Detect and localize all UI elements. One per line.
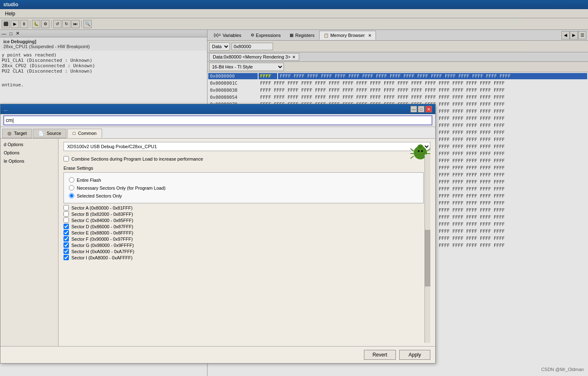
sector-b-label: Sector B (0x82000 - 0x83FFF) xyxy=(71,212,133,217)
radio-selected-sectors-input[interactable] xyxy=(69,193,74,198)
revert-button[interactable]: Revert xyxy=(364,350,396,360)
erase-settings-box: Entire Flash Necessary Sectors Only (for… xyxy=(63,172,424,203)
combine-sections-label: Combine Sections during Program Load to … xyxy=(71,156,203,161)
radio-entire-flash: Entire Flash xyxy=(69,176,418,184)
sector-b-checkbox[interactable] xyxy=(63,211,69,217)
erase-settings-label: Erase Settings xyxy=(63,163,424,172)
sector-a-checkbox[interactable] xyxy=(63,205,69,210)
svg-point-9 xyxy=(421,150,423,152)
radio-necessary-sectors: Necessary Sectors Only (for Program Load… xyxy=(69,184,418,192)
dialog-tab-common[interactable]: □ Common xyxy=(67,129,102,138)
combine-sections-row: Combine Sections during Program Load to … xyxy=(63,154,424,163)
sector-d-checkbox[interactable] xyxy=(63,224,69,229)
dialog-title: ... xyxy=(4,107,7,112)
radio-necessary-sectors-label: Necessary Sectors Only (for Program Load… xyxy=(77,186,166,190)
dialog: ... — □ ✕ ◎ Target 📄 Source □ Common xyxy=(0,104,436,364)
dialog-sidebar: d Options Options le Options xyxy=(0,139,59,346)
dialog-tabs-bar: ◎ Target 📄 Source □ Common xyxy=(0,127,435,139)
sector-d-row: Sector D (0x86000 - 0x87FFF) xyxy=(63,224,424,229)
sector-a-label: Sector A (0x80000 - 0x81FFF) xyxy=(71,205,132,210)
source-tab-icon: 📄 xyxy=(38,131,44,136)
sector-g-row: Sector G (0x98000 - 0x9FFFF) xyxy=(63,242,424,248)
dialog-restore-btn[interactable]: □ xyxy=(418,106,425,112)
sector-c-row: Sector C (0x84000 - 0x85FFF) xyxy=(63,217,424,223)
sidebar-item-le-options[interactable]: le Options xyxy=(0,157,58,165)
common-tab-label: Common xyxy=(78,131,97,136)
sector-i-checkbox[interactable] xyxy=(63,255,69,260)
sector-i-label: Sector I (0xA8000 - 0xAFFFF) xyxy=(71,255,132,260)
sector-list: Sector A (0x80000 - 0x81FFF) Sector B (0… xyxy=(63,203,424,262)
svg-point-8 xyxy=(418,150,420,152)
sector-c-label: Sector C (0x84000 - 0x85FFF) xyxy=(71,218,133,223)
sector-g-label: Sector G (0x98000 - 0x9FFFF) xyxy=(71,243,134,248)
sector-f-label: Sector F (0x90000 - 0x97FFF) xyxy=(71,237,133,242)
probe-dropdown-row: XDS100v2 USB Debug Probe/C28xx_CPU1 xyxy=(63,142,430,151)
radio-entire-flash-label: Entire Flash xyxy=(77,178,101,183)
sector-a-row: Sector A (0x80000 - 0x81FFF) xyxy=(63,205,424,210)
dialog-tab-source[interactable]: 📄 Source xyxy=(33,129,66,138)
common-tab-icon: □ xyxy=(73,131,76,136)
radio-selected-sectors: Selected Sectors Only xyxy=(69,192,418,200)
sector-h-row: Sector H (0xA0000 - 0xA7FFF) xyxy=(63,249,424,254)
options-scroll-area: Combine Sections during Program Load to … xyxy=(63,154,430,343)
watermark: CSDN @Mr_Oldman xyxy=(541,367,584,372)
sector-e-row: Sector E (0x88000 - 0x8FFFF) xyxy=(63,230,424,235)
sector-h-checkbox[interactable] xyxy=(63,249,69,254)
apply-button[interactable]: Apply xyxy=(399,350,430,360)
scrollbar[interactable] xyxy=(425,154,430,343)
sector-d-label: Sector D (0x86000 - 0x87FFF) xyxy=(71,224,133,229)
dialog-body: d Options Options le Options xyxy=(0,139,435,346)
dialog-title-controls: — □ ✕ xyxy=(410,106,432,112)
scrollbar-thumb[interactable] xyxy=(425,230,430,286)
sector-c-checkbox[interactable] xyxy=(63,217,69,223)
dialog-footer: Revert Apply xyxy=(0,346,435,363)
target-tab-label: Target xyxy=(14,131,27,136)
dialog-minimize-btn[interactable]: — xyxy=(410,106,417,112)
svg-line-2 xyxy=(410,149,414,151)
target-tab-icon: ◎ xyxy=(7,131,12,136)
combine-sections-checkbox[interactable] xyxy=(63,156,69,161)
source-tab-label: Source xyxy=(47,131,61,136)
dialog-tab-target[interactable]: ◎ Target xyxy=(2,129,32,138)
sector-e-checkbox[interactable] xyxy=(63,230,69,235)
svg-line-5 xyxy=(427,149,430,151)
svg-point-10 xyxy=(419,146,422,148)
sector-f-checkbox[interactable] xyxy=(63,236,69,242)
radio-selected-sectors-label: Selected Sectors Only xyxy=(77,193,122,198)
probe-dropdown[interactable]: XDS100v2 USB Debug Probe/C28xx_CPU1 xyxy=(63,142,430,151)
dialog-main: XDS100v2 USB Debug Probe/C28xx_CPU1 Comb… xyxy=(59,139,435,346)
sector-f-row: Sector F (0x90000 - 0x97FFF) xyxy=(63,236,424,242)
sidebar-item-options[interactable]: Options xyxy=(0,149,58,157)
dialog-close-btn[interactable]: ✕ xyxy=(425,106,432,112)
sector-i-row: Sector I (0xA8000 - 0xAFFFF) xyxy=(63,255,424,260)
dialog-search-bar xyxy=(0,114,435,127)
radio-entire-flash-input[interactable] xyxy=(69,177,74,183)
sector-g-checkbox[interactable] xyxy=(63,242,69,248)
dialog-search-input[interactable] xyxy=(4,116,432,125)
sidebar-item-d-options[interactable]: d Options xyxy=(0,140,58,149)
sector-e-label: Sector E (0x88000 - 0x8FFFF) xyxy=(71,230,133,235)
sector-b-row: Sector B (0x82000 - 0x83FFF) xyxy=(63,211,424,217)
sector-h-label: Sector H (0xA0000 - 0xA7FFF) xyxy=(71,249,134,254)
radio-necessary-sectors-input[interactable] xyxy=(69,185,74,190)
dialog-overlay: ... — □ ✕ ◎ Target 📄 Source □ Common xyxy=(0,0,588,376)
dialog-title-bar: ... — □ ✕ xyxy=(0,104,435,114)
